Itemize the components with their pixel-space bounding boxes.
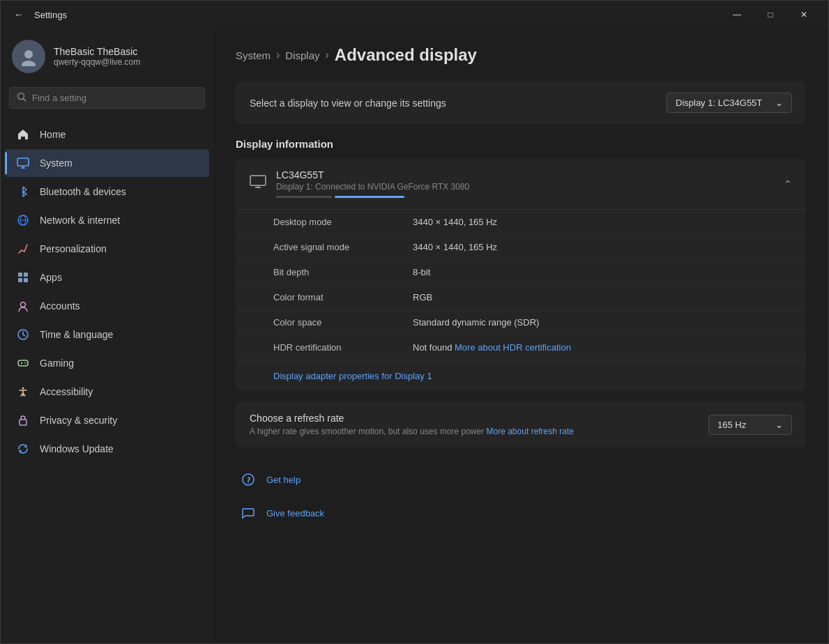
- breadcrumb-sep-1: ›: [276, 49, 280, 61]
- svg-rect-10: [18, 273, 22, 277]
- svg-rect-11: [24, 273, 28, 277]
- svg-point-14: [21, 302, 26, 307]
- refresh-subtitle: A higher rate gives smoother motion, but…: [250, 427, 574, 436]
- network-icon: [16, 213, 30, 227]
- progress-bar-1: [276, 196, 332, 198]
- search-icon: [17, 92, 26, 104]
- sidebar-item-label-accounts: Accounts: [40, 300, 80, 312]
- maximize-button[interactable]: □: [754, 3, 786, 26]
- personalization-icon: [16, 242, 30, 256]
- window-controls: — □ ✕: [721, 3, 820, 26]
- sidebar-item-privacy[interactable]: Privacy & security: [5, 406, 209, 434]
- refresh-rate-link[interactable]: More about refresh rate: [487, 427, 574, 436]
- search-box[interactable]: [9, 87, 205, 109]
- breadcrumb: System › Display › Advanced display: [236, 45, 806, 65]
- time-icon: [16, 328, 30, 342]
- chevron-up-icon: ⌃: [784, 178, 792, 190]
- info-label-signal-mode: Active signal mode: [273, 242, 413, 252]
- adapter-properties-link[interactable]: Display adapter properties for Display 1: [273, 371, 432, 381]
- refresh-dropdown-chevron-icon: ⌄: [775, 420, 783, 430]
- display-info-title: Display information: [236, 138, 806, 150]
- main-content: System › Display › Advanced display Sele…: [213, 29, 828, 643]
- dropdown-chevron-icon: ⌄: [775, 98, 783, 108]
- sidebar-item-system[interactable]: System: [5, 149, 209, 177]
- display-info-card: LC34G55T Display 1: Connected to NVIDIA …: [236, 158, 806, 390]
- info-row-desktop-mode: Desktop mode 3440 × 1440, 165 Hz: [236, 210, 806, 235]
- svg-rect-12: [18, 278, 22, 282]
- system-icon: [16, 156, 30, 170]
- display-selector-row: Select a display to view or change its s…: [236, 82, 806, 124]
- sidebar: TheBasic TheBasic qwerty-qqqw@live.com: [1, 29, 213, 643]
- give-feedback-item[interactable]: Give feedback: [236, 498, 806, 528]
- privacy-icon: [16, 413, 30, 427]
- breadcrumb-system[interactable]: System: [236, 49, 271, 61]
- sidebar-item-label-time: Time & language: [40, 329, 113, 340]
- info-row-signal-mode: Active signal mode 3440 × 1440, 165 Hz: [236, 235, 806, 260]
- monitor-header[interactable]: LC34G55T Display 1: Connected to NVIDIA …: [236, 158, 806, 209]
- svg-point-27: [248, 482, 248, 483]
- sidebar-item-label-gaming: Gaming: [40, 358, 74, 369]
- update-icon: [16, 442, 30, 456]
- user-info: TheBasic TheBasic qwerty-qqqw@live.com: [54, 46, 140, 67]
- sidebar-item-time[interactable]: Time & language: [5, 321, 209, 348]
- display-dropdown[interactable]: Display 1: LC34G55T ⌄: [667, 93, 792, 113]
- titlebar: ← Settings — □ ✕: [1, 1, 828, 29]
- display-dropdown-value: Display 1: LC34G55T: [676, 98, 762, 108]
- settings-window: ← Settings — □ ✕ TheBasic TheBasic: [0, 0, 829, 644]
- info-value-color-format: RGB: [413, 292, 432, 302]
- info-value-hdr: Not found More about HDR certification: [413, 342, 571, 353]
- info-row-color-space: Color space Standard dynamic range (SDR): [236, 310, 806, 335]
- info-row-hdr: HDR certification Not found More about H…: [236, 335, 806, 360]
- svg-rect-4: [17, 158, 29, 166]
- svg-point-21: [22, 388, 24, 390]
- svg-point-26: [243, 474, 254, 485]
- avatar: [12, 40, 45, 73]
- adapter-link-row: Display adapter properties for Display 1: [236, 360, 806, 390]
- display-selector-label: Select a display to view or change its s…: [250, 98, 446, 109]
- info-value-desktop-mode: 3440 × 1440, 165 Hz: [413, 217, 497, 227]
- minimize-button[interactable]: —: [721, 3, 753, 26]
- user-profile: TheBasic TheBasic qwerty-qqqw@live.com: [1, 29, 213, 87]
- hdr-cert-link[interactable]: More about HDR certification: [455, 342, 571, 353]
- svg-line-3: [24, 99, 26, 102]
- sidebar-item-update[interactable]: Windows Update: [5, 435, 209, 463]
- apps-icon: [16, 270, 30, 284]
- info-label-color-format: Color format: [273, 292, 413, 302]
- content-area: TheBasic TheBasic qwerty-qqqw@live.com: [1, 29, 828, 643]
- sidebar-item-bluetooth[interactable]: Bluetooth & devices: [5, 178, 209, 206]
- refresh-rate-dropdown[interactable]: 165 Hz ⌄: [708, 415, 792, 435]
- sidebar-item-personalization[interactable]: Personalization: [5, 235, 209, 263]
- sidebar-item-label-system: System: [40, 158, 73, 169]
- monitor-name: LC34G55T: [276, 169, 469, 181]
- monitor-info: LC34G55T Display 1: Connected to NVIDIA …: [276, 169, 469, 198]
- progress-bar-2: [335, 196, 404, 198]
- sidebar-item-home[interactable]: Home: [5, 121, 209, 148]
- breadcrumb-display[interactable]: Display: [285, 49, 319, 61]
- nav-list: Home System: [1, 120, 213, 463]
- info-row-bit-depth: Bit depth 8-bit: [236, 260, 806, 285]
- back-button[interactable]: ←: [9, 5, 29, 24]
- give-feedback-label[interactable]: Give feedback: [266, 508, 324, 519]
- sidebar-item-accounts[interactable]: Accounts: [5, 292, 209, 320]
- get-help-label[interactable]: Get help: [266, 475, 301, 485]
- display-info-rows: Desktop mode 3440 × 1440, 165 Hz Active …: [236, 209, 806, 390]
- monitor-icon: [250, 175, 266, 192]
- info-value-color-space: Standard dynamic range (SDR): [413, 317, 539, 328]
- sidebar-item-apps[interactable]: Apps: [5, 263, 209, 291]
- info-label-hdr: HDR certification: [273, 342, 413, 353]
- sidebar-item-label-home: Home: [40, 129, 66, 140]
- search-input[interactable]: [32, 93, 197, 103]
- sidebar-item-label-network: Network & internet: [40, 215, 120, 226]
- accounts-icon: [16, 299, 30, 313]
- user-name: TheBasic TheBasic: [54, 46, 140, 57]
- svg-rect-13: [24, 278, 28, 282]
- sidebar-item-network[interactable]: Network & internet: [5, 206, 209, 234]
- refresh-rate-value: 165 Hz: [717, 420, 746, 430]
- get-help-item[interactable]: Get help: [236, 464, 806, 495]
- svg-point-0: [24, 50, 33, 59]
- close-button[interactable]: ✕: [788, 3, 820, 26]
- svg-rect-16: [18, 360, 28, 366]
- sidebar-item-accessibility[interactable]: Accessibility: [5, 378, 209, 406]
- sidebar-item-gaming[interactable]: Gaming: [5, 349, 209, 377]
- sidebar-item-label-accessibility: Accessibility: [40, 386, 93, 397]
